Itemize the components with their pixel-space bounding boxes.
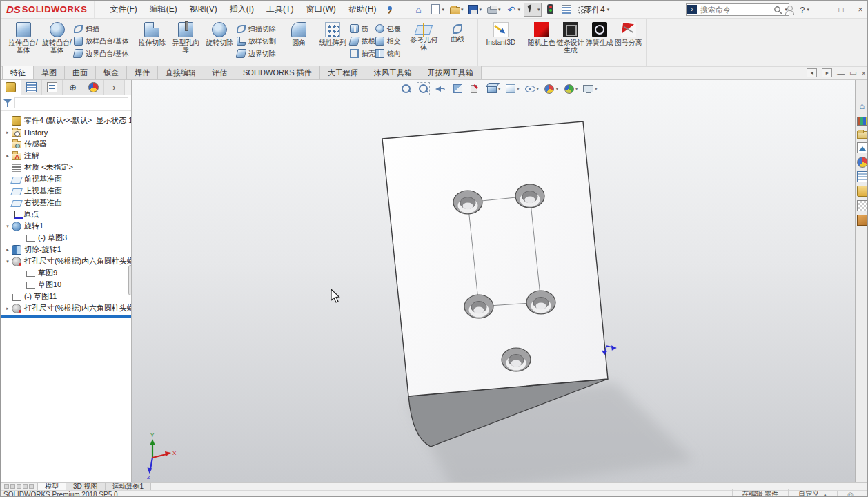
forum-icon[interactable] [857,186,868,197]
fillet-button[interactable]: 圆角 ▾ [282,21,316,47]
tree-item[interactable]: ▸ History [1,126,131,138]
dropdown-arrow-icon[interactable]: ▾ [185,48,187,53]
customize-arrow-icon[interactable]: ▲ [822,492,827,497]
section-view-icon[interactable] [451,82,465,95]
dropdown-arrow-icon[interactable]: ▾ [517,7,520,12]
ribbon-tab[interactable]: 焊件 [126,66,158,79]
tab-scroll-buttons[interactable] [1,483,37,490]
tree-item[interactable]: (-) 草图3 [1,232,131,244]
feature-manager-tab[interactable] [83,80,104,95]
reference-geometry-button[interactable]: 参考几何体 ▾ [407,21,441,51]
appearances-scenes-icon[interactable] [857,157,868,168]
part-front-face[interactable] [382,121,608,396]
dropdown-arrow-icon[interactable]: ▾ [575,86,578,92]
apply-scene-icon[interactable]: ▾ [562,82,578,95]
swept-boss-button[interactable]: 扫描 [74,23,129,34]
collapse-pane-right-icon[interactable]: ▸ [822,68,832,77]
close-button[interactable]: × [854,5,867,14]
ribbon-tab[interactable]: SOLIDWORKS 插件 [235,66,320,79]
home-icon[interactable]: ⌂ [411,3,426,17]
menu-item[interactable]: 视图(V) [184,1,223,17]
tree-item[interactable]: 草图9 [1,267,131,279]
tree-item[interactable]: 前视基准面 [1,173,131,185]
help-dropdown-icon[interactable]: ▾ [807,7,809,12]
ribbon-tab[interactable]: 直接编辑 [157,66,204,79]
curves-button[interactable]: 曲线 ▾ [441,21,475,43]
ribbon-tab[interactable]: 评估 [204,66,235,79]
menu-item[interactable]: 文件(F) [104,1,142,17]
feature-manager-tab[interactable] [1,80,21,95]
view-settings-icon[interactable]: ▾ [582,82,598,95]
tree-item[interactable]: 材质 <未指定> [1,162,131,173]
counterbore-hole-bottom-right[interactable] [526,291,555,314]
ribbon-tab[interactable]: 草图 [33,66,65,79]
random-color-button[interactable]: 随机上色 [527,21,556,47]
menu-item[interactable]: 工具(T) [261,1,299,17]
feature-manager-tab[interactable]: › [104,80,125,95]
open-icon[interactable]: ▾ [448,3,466,16]
dropdown-arrow-icon[interactable]: ▾ [298,41,300,46]
ribbon-tab[interactable]: 曲面 [64,66,96,79]
toolbox-icon[interactable] [857,215,868,226]
tree-item[interactable]: ▾ 旋转1 [1,220,131,232]
expander-arrow-icon[interactable]: ▸ [3,153,12,159]
mirror-button[interactable]: 镜向 [375,48,401,59]
print-icon[interactable]: ▾ [485,3,503,15]
document-tab[interactable]: 模型 [37,483,66,490]
extruded-cut-button[interactable]: 拉伸切除 [135,21,169,47]
wrap-button[interactable]: 包覆 [375,23,401,34]
linear-pattern-button[interactable]: 线性阵列 ▾ [316,21,350,47]
options-list-icon[interactable] [560,3,574,16]
pin-toolbar-icon[interactable] [384,5,394,14]
expander-arrow-icon[interactable]: ▾ [3,224,12,229]
rollback-bar[interactable] [1,315,131,318]
instant3d-button[interactable]: Instant3D [481,21,521,47]
dropdown-arrow-icon[interactable]: ▾ [537,7,540,12]
design-library-icon[interactable] [857,117,868,126]
dropdown-arrow-icon[interactable]: ▾ [332,41,334,46]
feature-manager-tab[interactable]: ⊕ [63,80,83,95]
resources-home-icon[interactable]: ⌂ [857,101,868,112]
tree-item[interactable]: 右视基准面 [1,197,131,208]
view-orientation-icon[interactable]: ▾ [486,82,501,95]
chain-design-button[interactable]: 链条设计生成 [556,21,585,54]
tree-item[interactable]: 原点 [1,208,131,220]
ribbon-tab[interactable]: 特征 [2,66,34,79]
dropdown-arrow-icon[interactable]: ▾ [461,7,464,12]
expander-arrow-icon[interactable]: ▸ [3,306,12,311]
doc-close-button[interactable]: × [862,69,866,77]
dropdown-arrow-icon[interactable]: ▾ [595,86,597,92]
tree-item[interactable]: 零件4 (默认<<默认>_显示状态 1>) [1,115,131,126]
tree-item[interactable]: (-) 草图11 [1,291,131,302]
save-icon[interactable]: ▾ [466,3,484,16]
counterbore-hole-top-left[interactable] [453,191,482,214]
expander-arrow-icon[interactable]: ▾ [3,259,12,264]
counterbore-hole-center-bottom[interactable] [502,348,531,371]
tree-filter-input[interactable] [14,97,128,108]
ribbon-tab[interactable]: 钣金 [95,66,127,79]
hole-wizard-button[interactable]: 异型孔向导 ▾ [169,21,203,54]
pack-and-go-icon[interactable] [857,200,868,211]
tree-item[interactable]: 上视基准面 [1,185,131,197]
help-icon[interactable]: ? [800,5,805,15]
spring-generate-button[interactable]: 弹簧生成 [585,21,614,47]
drawing-number-split-button[interactable]: 图号分离 [614,21,643,47]
dropdown-arrow-icon[interactable]: ▾ [423,45,425,50]
collapse-pane-left-icon[interactable]: ◂ [807,68,817,77]
menu-item[interactable]: 帮助(H) [343,1,382,17]
search-icon[interactable] [773,6,785,14]
intersect-button[interactable]: 相交 [375,36,401,46]
document-tab[interactable]: 运动算例1 [105,483,152,490]
tag-marker-icon[interactable]: ◎ [847,491,854,497]
new-document-icon[interactable]: ▾ [428,3,446,16]
expander-arrow-icon[interactable]: ▸ [3,130,12,135]
tree-item[interactable]: 传感器 [1,138,131,150]
tree-item[interactable]: ▸ 打孔尺寸(%根据)内六角圆柱头螺钉 [1,302,131,314]
maximize-button[interactable]: □ [834,5,848,14]
swept-cut-button[interactable]: 扫描切除 [237,23,276,34]
search-scope-icon[interactable]: › [687,5,697,14]
undo-icon[interactable]: ↶ ▾ [504,3,522,17]
model-canvas[interactable]: Y X Z [132,80,855,482]
dropdown-arrow-icon[interactable]: ▾ [498,7,501,12]
dropdown-arrow-icon[interactable]: ▾ [498,86,500,92]
